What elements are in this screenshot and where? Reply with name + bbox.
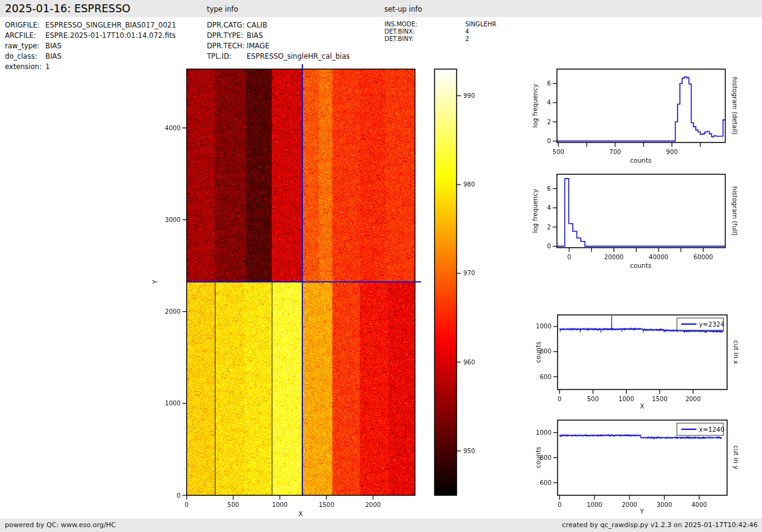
svg-text:2000: 2000 — [165, 308, 181, 315]
svg-text:0: 0 — [185, 501, 189, 508]
qc-report-page: 2025-01-16: ESPRESSO type info set-up in… — [0, 0, 762, 532]
type-info-value: IMAGE — [247, 42, 269, 50]
setup-info-value: 2 — [465, 35, 469, 42]
cut-y-side-label: cut in y — [733, 445, 740, 469]
type-info-value: ESPRESSO_singleHR_cal_bias — [247, 52, 349, 61]
file-info-value: ESPRE.2025-01-17T10:01:14.072.fits — [45, 31, 176, 40]
svg-text:500: 500 — [228, 501, 239, 508]
setup-info-section-title: set-up info — [384, 5, 422, 13]
crosshair-horizontal-line — [187, 281, 421, 283]
colorbar — [435, 69, 457, 495]
svg-text:960: 960 — [463, 359, 475, 366]
file-info-value: ESPRESSO_SINGLEHR_BIAS017_0021 — [45, 21, 176, 29]
svg-text:y=2324: y=2324 — [699, 320, 725, 328]
file-info-label: extension: — [5, 62, 42, 71]
type-info-section-title: type info — [207, 5, 238, 13]
file-info-label: ARCFILE: — [5, 31, 36, 40]
cut-x-y-label: counts — [534, 341, 542, 363]
file-info-label: raw_type: — [5, 42, 40, 50]
hist-full-side-label: histogram (full) — [731, 187, 739, 236]
hist-detail-y-label: log frequency — [531, 84, 539, 128]
crosshair-vertical-line — [302, 64, 303, 496]
svg-text:x=1240: x=1240 — [699, 426, 725, 433]
svg-text:1000: 1000 — [536, 323, 551, 330]
cut-y-y-label: counts — [534, 446, 542, 468]
type-info-label: DPR.TECH: — [207, 42, 245, 50]
hist-detail-x-label: counts — [630, 157, 651, 164]
svg-text:3000: 3000 — [657, 501, 672, 508]
svg-text:3000: 3000 — [165, 216, 181, 223]
type-info-value: CALIB — [247, 21, 267, 29]
svg-text:2000: 2000 — [365, 501, 381, 508]
svg-text:60000: 60000 — [693, 254, 713, 260]
file-info-label: do_class: — [5, 52, 37, 61]
svg-text:600: 600 — [540, 479, 551, 486]
type-info-label: DPR.TYPE: — [207, 31, 243, 40]
file-info-value: BIAS — [45, 42, 61, 50]
svg-text:1000: 1000 — [536, 429, 551, 436]
hist-detail-side-label: histogram (detail) — [731, 77, 739, 135]
svg-text:700: 700 — [610, 149, 621, 155]
main-y-axis-label: Y — [151, 280, 159, 284]
svg-text:20000: 20000 — [604, 254, 624, 260]
svg-text:1000: 1000 — [165, 400, 181, 407]
svg-text:40000: 40000 — [649, 254, 668, 260]
svg-text:600: 600 — [540, 374, 551, 380]
svg-text:0: 0 — [177, 492, 181, 499]
svg-text:950: 950 — [463, 448, 475, 454]
svg-text:2: 2 — [547, 224, 551, 231]
footer-powered-by: powered by QC: www.eso.org/HC — [5, 521, 116, 529]
report-title: 2025-01-16: ESPRESSO — [5, 2, 130, 15]
svg-text:4: 4 — [547, 204, 551, 211]
setup-info-label: INS.MODE: — [384, 21, 417, 28]
file-info-value: 1 — [45, 62, 50, 71]
footer-created-by: created by qc_rawdisp.py v1.2.3 on 2025-… — [562, 521, 758, 529]
svg-text:500: 500 — [553, 149, 564, 155]
cut-y-x-label: Y — [640, 508, 644, 515]
setup-info-label: DET.BINY: — [384, 35, 414, 42]
svg-text:2000: 2000 — [622, 501, 637, 508]
svg-text:2000: 2000 — [685, 396, 701, 402]
hist-full-y-label: log frequency — [531, 189, 539, 233]
svg-text:0: 0 — [567, 254, 571, 260]
svg-text:500: 500 — [587, 396, 599, 402]
hist-full-x-label: counts — [630, 262, 651, 269]
svg-text:970: 970 — [463, 270, 475, 276]
setup-info-value: 4 — [465, 28, 469, 35]
cut-x-side-label: cut in x — [733, 340, 740, 364]
svg-text:0: 0 — [547, 243, 551, 249]
type-info-label: DPR.CATG: — [207, 21, 245, 29]
svg-text:4: 4 — [547, 99, 551, 106]
svg-text:0: 0 — [558, 501, 561, 508]
svg-text:4000: 4000 — [165, 125, 181, 131]
svg-text:2: 2 — [547, 119, 551, 125]
svg-text:980: 980 — [463, 181, 475, 188]
svg-text:1500: 1500 — [652, 396, 667, 402]
setup-info-label: DET.BINX: — [384, 28, 415, 35]
svg-text:6: 6 — [547, 185, 551, 192]
svg-text:0: 0 — [547, 138, 551, 144]
file-info-label: ORIGFILE: — [5, 21, 40, 29]
svg-text:1000: 1000 — [619, 396, 634, 402]
svg-text:1000: 1000 — [587, 501, 602, 508]
svg-text:1500: 1500 — [319, 501, 334, 508]
type-info-label: TPL.ID: — [207, 52, 231, 61]
svg-text:0: 0 — [558, 396, 561, 402]
type-info-value: BIAS — [247, 31, 263, 40]
cut-x-x-label: X — [640, 402, 644, 410]
svg-text:4000: 4000 — [692, 501, 707, 508]
svg-text:990: 990 — [463, 92, 475, 99]
main-x-axis-label: X — [298, 510, 302, 517]
svg-text:6: 6 — [547, 80, 551, 87]
svg-text:900: 900 — [666, 149, 678, 155]
setup-info-value: SINGLEHR — [465, 21, 496, 28]
svg-text:1000: 1000 — [272, 501, 288, 508]
file-info-value: BIAS — [45, 52, 61, 61]
